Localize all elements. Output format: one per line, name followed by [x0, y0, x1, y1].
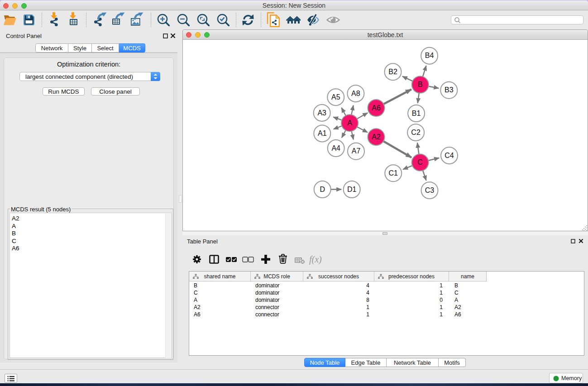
svg-text:A3: A3 [317, 109, 326, 117]
svg-text:C: C [417, 158, 423, 166]
svg-text:B: B [418, 81, 423, 88]
svg-text:D: D [320, 186, 325, 193]
svg-text:D1: D1 [347, 186, 357, 193]
svg-text:C1: C1 [389, 169, 398, 177]
svg-text:A: A [347, 119, 352, 127]
svg-text:A2: A2 [372, 133, 381, 141]
svg-text:B3: B3 [445, 86, 454, 94]
svg-text:C2: C2 [411, 129, 421, 136]
svg-text:A6: A6 [372, 104, 381, 112]
svg-text:C3: C3 [425, 186, 435, 194]
svg-text:A1: A1 [318, 129, 327, 137]
svg-text:C4: C4 [445, 152, 454, 159]
svg-text:A4: A4 [331, 144, 340, 152]
svg-text:A5: A5 [331, 93, 340, 101]
svg-text:A7: A7 [352, 147, 361, 155]
svg-text:B2: B2 [388, 68, 397, 76]
svg-text:B4: B4 [425, 52, 434, 59]
svg-text:B1: B1 [412, 110, 421, 117]
svg-text:A8: A8 [351, 90, 360, 97]
